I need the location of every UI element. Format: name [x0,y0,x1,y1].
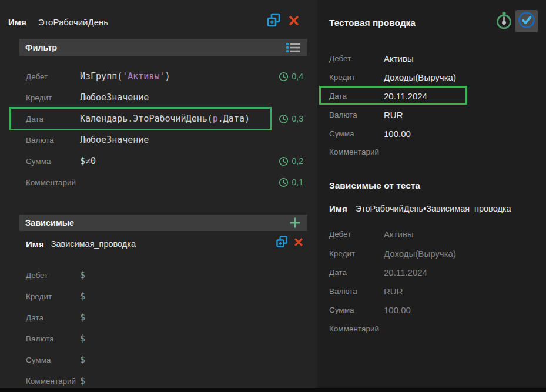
expression-string: 'Активы' [122,71,165,82]
dependent-name-row: Имя Зависимая_проводка [26,236,136,252]
filter-row-kommentariy: Комментарий 0,1 [26,172,304,193]
filter-expression[interactable]: ЛюбоеЗначение [80,92,149,103]
dependents-section-header: Зависимые [19,215,307,231]
dependent-name-value[interactable]: Зависимая_проводка [51,239,136,249]
dependents-section-title: Зависимые [25,218,74,227]
filter-row-summa: Сумма $≠0 0,2 [26,150,304,172]
field-label: Кредит [26,93,80,102]
dependent-row-summa: Сумма $ [26,349,304,370]
name-label: Имя [26,239,44,249]
dependents-result-title: Зависимые от теста [329,180,420,191]
x-icon [293,236,304,250]
field-label: Сумма [329,129,384,138]
name-label: Имя [329,204,347,214]
field-label: Дебет [329,230,384,239]
timing-badge: 0,1 [279,177,304,187]
dependent-result-name-row: Имя ЭтоРабочийДень•Зависимая_проводка [329,202,511,216]
clock-icon [279,156,289,166]
result-row-data: Дата 20.11.2024 [329,263,538,282]
delete-test-button[interactable] [286,14,302,29]
field-label: Сумма [26,356,80,364]
filter-section-header: Фильтр [19,39,307,56]
test-row-debet: Дебет Активы [329,49,538,68]
dependent-expression[interactable]: $ [80,376,85,386]
filter-expression[interactable]: $≠0 [80,156,96,166]
result-row-debet: Дебет Активы [329,225,538,243]
dependent-row-data: Дата $ [26,307,304,328]
duplicate-dependent-button[interactable] [274,236,290,251]
field-label: Дата [26,313,80,322]
field-label: Дебет [26,72,80,81]
expression-code: ) [165,71,170,82]
timing-badge: 0,4 [279,72,304,82]
test-row-summa: Сумма 100.00 [329,124,538,143]
field-label: Комментарий [329,324,384,333]
field-value: 20.11.2024 [384,267,427,277]
field-value[interactable]: 100.00 [384,129,411,139]
filter-expression[interactable]: Календарь.ЭтоРабочийДень(p.Дата) [80,113,250,124]
field-label: Дата [329,268,384,277]
panel-test-definition: Имя ЭтоРабочийДень Фильтр [0,0,317,388]
field-value[interactable]: 20.11.2024 [384,91,427,101]
field-label: Дата [26,115,80,123]
field-label: Дата [329,92,384,100]
clock-icon [279,72,289,82]
timing-badge: 0,2 [279,156,304,166]
dependent-expression[interactable]: $ [80,312,85,323]
dependent-expression[interactable]: $ [80,333,85,344]
test-name-value[interactable]: ЭтоРабочийДень [38,17,108,27]
field-value: RUR [384,286,403,296]
run-timer-button[interactable] [494,11,513,32]
x-icon [287,14,301,30]
test-row-data: Дата 20.11.2024 [329,86,538,105]
field-value[interactable]: RUR [384,110,403,120]
delete-dependent-button[interactable] [292,237,305,250]
bottom-strip [0,388,546,392]
confirm-test-button[interactable] [515,10,538,32]
filter-expression[interactable]: ЛюбоеЗначение [80,135,149,145]
test-row-kommentariy: Комментарий [329,142,538,161]
field-label: Дебет [329,54,384,63]
field-label: Валюта [329,287,384,296]
field-label: Кредит [26,292,80,301]
dependent-expression[interactable]: $ [80,354,85,365]
timing-value: 0,1 [292,177,303,187]
plus-icon [289,216,302,229]
field-label: Сумма [26,157,80,166]
duplicate-test-button[interactable] [264,13,283,31]
field-value[interactable]: Доходы(Выручка) [384,72,456,82]
field-label: Дебет [26,271,80,280]
expression-code: Календарь.ЭтоРабочийДень( [80,113,213,124]
timing-value: 0,4 [292,72,303,81]
field-label: Кредит [329,73,384,82]
result-row-valyuta: Валюта RUR [329,282,538,300]
dependent-expression[interactable]: $ [80,270,85,280]
copy-plus-icon [266,12,282,31]
field-label: Комментарий [329,148,384,156]
filter-expression[interactable]: ИзГрупп('Активы') [80,71,170,82]
list-menu-icon[interactable] [286,42,302,53]
dependent-row-valyuta: Валюта $ [26,328,304,349]
field-label: Валюта [26,334,80,343]
clock-icon [279,177,289,187]
name-label: Имя [8,17,26,27]
field-value[interactable]: Активы [384,53,414,63]
dependent-row-debet: Дебет $ [26,264,304,286]
filter-section-title: Фильтр [25,43,57,52]
filter-row-valyuta: Валюта ЛюбоеЗначение [26,129,304,150]
filter-row-kredit: Кредит ЛюбоеЗначение [26,87,304,108]
timing-badge: 0,3 [279,114,304,124]
dependent-expression[interactable]: $ [80,291,85,301]
add-dependent-button[interactable] [289,216,302,229]
field-label: Сумма [329,306,384,314]
expression-param: p [213,113,218,124]
test-name-row: Имя ЭтоРабочийДень [8,13,108,31]
timing-value: 0,2 [292,156,303,166]
filter-row-debet: Дебет ИзГрупп('Активы') 0,4 [26,66,304,87]
field-label: Кредит [329,249,384,258]
field-value: Активы [384,229,414,239]
expression-code: .Дата) [218,113,250,124]
test-row-valyuta: Валюта RUR [329,105,538,124]
field-label: Валюта [329,110,384,119]
field-label: Комментарий [26,377,80,386]
